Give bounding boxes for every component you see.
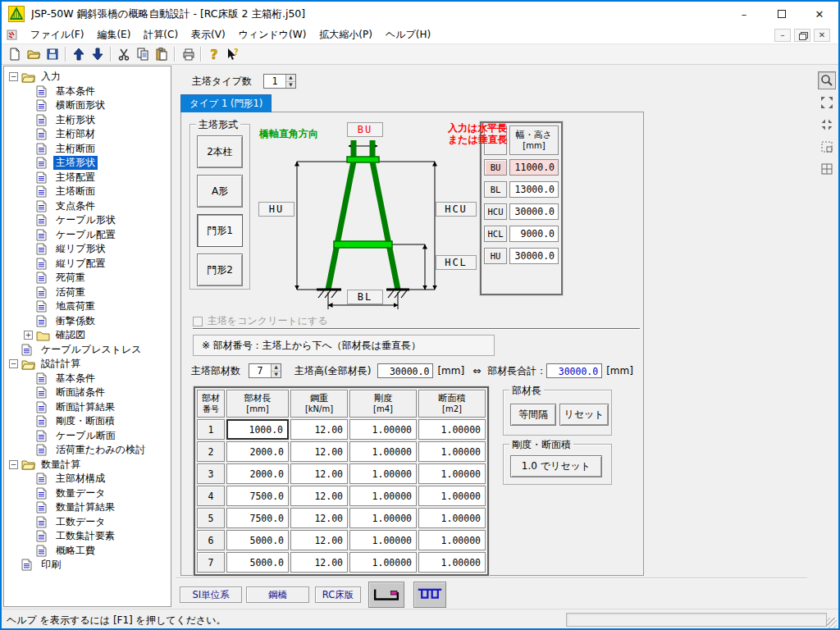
member-cell[interactable]: 12.00 bbox=[290, 463, 348, 484]
tree-expander-icon[interactable]: − bbox=[9, 460, 18, 469]
member-cell[interactable]: 2000.0 bbox=[226, 441, 289, 462]
tree-item[interactable]: 工数集計要素 bbox=[4, 529, 171, 544]
member-row-number[interactable]: 3 bbox=[197, 463, 225, 484]
member-cell[interactable]: 5000.0 bbox=[226, 552, 289, 573]
tree-item[interactable]: 基本条件 bbox=[4, 372, 171, 386]
print-icon[interactable] bbox=[178, 45, 197, 63]
zoom-region-icon[interactable] bbox=[818, 138, 836, 156]
tree-item[interactable]: 主塔断面 bbox=[4, 185, 171, 199]
menu-item[interactable]: 計算(C) bbox=[137, 26, 185, 43]
menu-item[interactable]: 拡大縮小(P) bbox=[313, 26, 379, 43]
spin-down-icon[interactable]: ▼ bbox=[272, 372, 281, 378]
member-cell[interactable]: 7500.0 bbox=[226, 486, 289, 506]
tree-item[interactable]: 主部材構成 bbox=[4, 472, 171, 486]
zoom-fit-icon[interactable] bbox=[818, 160, 836, 178]
tower-form-2column-button[interactable]: 2本柱 bbox=[197, 135, 243, 168]
member-cell[interactable]: 12.00 bbox=[290, 530, 348, 550]
tree-item[interactable]: 剛度・断面積 bbox=[4, 414, 171, 429]
tower-form-a-button[interactable]: A形 bbox=[197, 175, 243, 208]
spin-up-icon[interactable]: ▲ bbox=[272, 364, 281, 372]
length-reset-button[interactable]: リセット bbox=[559, 404, 609, 426]
tree-item[interactable]: −数量計算 bbox=[4, 458, 171, 472]
mdi-close-button[interactable]: ✕ bbox=[814, 29, 830, 42]
member-cell[interactable]: 1.00000 bbox=[418, 530, 486, 550]
member-cell[interactable]: 1.00000 bbox=[349, 486, 417, 506]
tree-item[interactable]: 数量計算結果 bbox=[4, 500, 171, 515]
tower-form-gate2-button[interactable]: 門形2 bbox=[197, 253, 243, 286]
zoom-shrink-icon[interactable] bbox=[818, 116, 836, 134]
tree-item[interactable]: 断面諸条件 bbox=[4, 386, 171, 400]
tree-expander-icon[interactable]: − bbox=[9, 359, 18, 368]
open-icon[interactable] bbox=[24, 45, 43, 63]
tree-item[interactable]: 主桁形状 bbox=[4, 113, 171, 128]
twin-box-section-icon[interactable] bbox=[413, 582, 446, 608]
tree-item[interactable]: −設計計算 bbox=[4, 357, 171, 372]
paste-icon[interactable] bbox=[152, 45, 171, 63]
member-cell[interactable]: 1.00000 bbox=[349, 441, 417, 462]
member-cell[interactable]: 2000.0 bbox=[226, 463, 289, 484]
member-cell[interactable]: 1.00000 bbox=[418, 441, 486, 462]
tower-type-count-spinner[interactable]: 1 ▲▼ bbox=[263, 74, 296, 89]
member-cell[interactable]: 1.00000 bbox=[349, 508, 417, 528]
menu-item[interactable]: ヘルプ(H) bbox=[379, 26, 437, 43]
menu-item[interactable]: 編集(E) bbox=[90, 26, 137, 43]
menu-item[interactable]: 表示(V) bbox=[185, 26, 232, 43]
member-cell[interactable]: 1.00000 bbox=[349, 552, 417, 573]
mdi-minimize-button[interactable]: – bbox=[774, 29, 791, 42]
member-cell[interactable]: 5000.0 bbox=[226, 530, 289, 550]
member-cell[interactable]: 7500.0 bbox=[226, 508, 289, 528]
member-cell[interactable]: 1.00000 bbox=[418, 486, 486, 506]
move-down-icon[interactable] bbox=[88, 45, 107, 63]
tree-item[interactable]: 支点条件 bbox=[4, 199, 171, 214]
member-cell[interactable]: 1.00000 bbox=[418, 508, 486, 528]
tree-item[interactable]: 主塔形状 bbox=[4, 156, 171, 171]
tree-item[interactable]: +確認図 bbox=[4, 328, 171, 343]
tree-item[interactable]: ケーブル形状 bbox=[4, 213, 171, 228]
tree-expander-icon[interactable]: − bbox=[9, 72, 18, 81]
new-icon[interactable] bbox=[5, 45, 24, 63]
member-row-number[interactable]: 2 bbox=[197, 441, 225, 462]
tower-form-gate1-button[interactable]: 門形1 bbox=[197, 214, 243, 247]
member-cell[interactable]: 1000.0 bbox=[226, 419, 289, 440]
move-up-icon[interactable] bbox=[69, 45, 88, 63]
menu-item[interactable]: ウィンドウ(W) bbox=[232, 26, 313, 43]
dim-row-value[interactable]: 11000.0 bbox=[509, 159, 559, 176]
cut-icon[interactable] bbox=[114, 45, 133, 63]
tree-item[interactable]: 概略工費 bbox=[4, 544, 171, 559]
rigidity-reset-button[interactable]: 1.0 でリセット bbox=[510, 455, 602, 477]
tree-item[interactable]: 基本条件 bbox=[4, 84, 171, 99]
spin-down-icon[interactable]: ▼ bbox=[286, 82, 295, 89]
tree-item[interactable]: 印刷 bbox=[4, 558, 171, 573]
member-cell[interactable]: 1.00000 bbox=[418, 419, 486, 440]
member-row-number[interactable]: 7 bbox=[197, 552, 225, 573]
dim-row-value[interactable]: 9000.0 bbox=[509, 226, 559, 242]
tree-item[interactable]: 主桁部材 bbox=[4, 127, 171, 142]
girder-section-icon[interactable] bbox=[368, 582, 404, 608]
member-cell[interactable]: 1.00000 bbox=[418, 552, 486, 573]
help-icon[interactable]: ? bbox=[204, 45, 223, 63]
concrete-checkbox[interactable] bbox=[193, 317, 203, 326]
member-cell[interactable]: 1.00000 bbox=[349, 419, 417, 440]
member-cell[interactable]: 12.00 bbox=[290, 552, 348, 573]
save-icon[interactable] bbox=[43, 45, 62, 63]
dim-row-value[interactable]: 30000.0 bbox=[509, 203, 559, 220]
context-help-icon[interactable]: ? bbox=[223, 45, 242, 63]
equal-spacing-button[interactable]: 等間隔 bbox=[510, 404, 556, 426]
copy-icon[interactable] bbox=[133, 45, 152, 63]
minimize-button[interactable]: – bbox=[725, 2, 763, 26]
resize-grip[interactable] bbox=[826, 618, 837, 628]
tree-item[interactable]: 活荷重 bbox=[4, 285, 171, 300]
zoom-icon[interactable] bbox=[818, 71, 836, 89]
spin-up-icon[interactable]: ▲ bbox=[286, 75, 295, 82]
tree-item[interactable]: −入力 bbox=[4, 70, 171, 84]
zoom-expand-icon[interactable] bbox=[818, 94, 836, 112]
member-row-number[interactable]: 6 bbox=[197, 530, 225, 550]
dim-row-value[interactable]: 30000.0 bbox=[509, 248, 559, 264]
tree-item[interactable]: 横断面形状 bbox=[4, 98, 171, 113]
member-cell[interactable]: 1.00000 bbox=[418, 463, 486, 484]
member-row-number[interactable]: 4 bbox=[197, 486, 225, 506]
close-button[interactable]: ✕ bbox=[801, 2, 838, 26]
tree-item[interactable]: ケーブルプレストレス bbox=[4, 343, 171, 358]
tower-height-input[interactable] bbox=[377, 363, 433, 378]
tree-item[interactable]: 数量データ bbox=[4, 486, 171, 501]
